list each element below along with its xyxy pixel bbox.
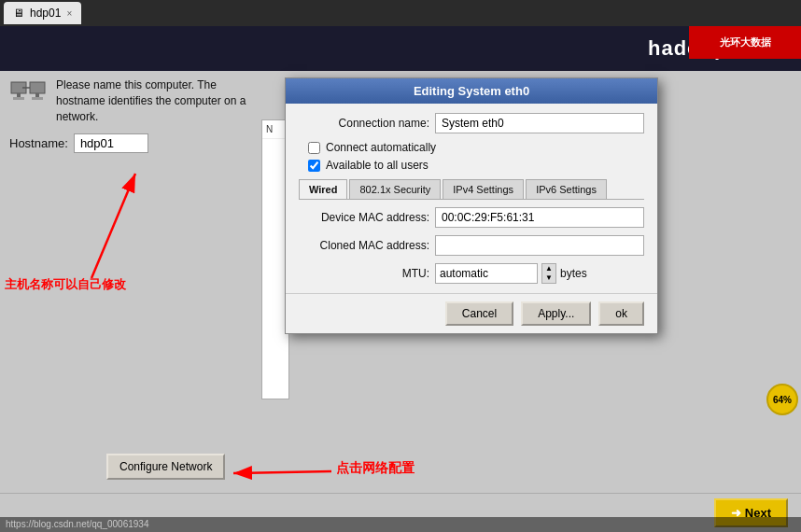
url-bar: https://blog.csdn.net/qq_00061934 (0, 517, 801, 532)
all-users-row: Available to all users (299, 159, 644, 172)
mtu-input[interactable] (435, 263, 538, 284)
svg-line-9 (233, 471, 331, 473)
connect-auto-row: Connect automatically (299, 141, 644, 154)
dialog-footer: Cancel Apply... ok (286, 293, 657, 333)
connection-name-input[interactable] (435, 113, 644, 133)
description-text: Please name this computer. The hostname … (56, 77, 261, 124)
connection-name-label: Connection name: (299, 117, 429, 130)
ok-button[interactable]: ok (598, 301, 644, 326)
connect-auto-label: Connect automatically (326, 141, 436, 154)
configure-network-button[interactable]: Configure Network (106, 454, 225, 480)
mac-address-row: Device MAC address: (299, 207, 644, 228)
tab-wired[interactable]: Wired (299, 179, 347, 199)
mtu-row: MTU: ▲ ▼ bytes (299, 263, 644, 284)
hostname-label: Hostname: (9, 136, 68, 150)
apply-button[interactable]: Apply... (521, 301, 591, 326)
all-users-label: Available to all users (326, 159, 429, 172)
tab-hdp01[interactable]: 🖥 hdp01 × (4, 2, 81, 24)
cloned-mac-label: Cloned MAC address: (299, 239, 429, 252)
tab-ipv4[interactable]: IPv4 Settings (443, 179, 524, 199)
mtu-container: ▲ ▼ bytes (435, 263, 587, 284)
svg-line-8 (91, 174, 135, 278)
dialog-title: Editing System eth0 (286, 78, 657, 104)
network-icon (9, 77, 47, 115)
mtu-label: MTU: (299, 267, 429, 280)
top-banner: 光环大数据 hadoop.aura.c (0, 26, 801, 71)
settings-tab-strip: Wired 802.1x Security IPv4 Settings IPv6… (299, 179, 644, 200)
connect-auto-checkbox[interactable] (308, 142, 320, 154)
mac-address-label: Device MAC address: (299, 211, 429, 224)
tab-icon: 🖥 (13, 7, 24, 20)
mac-address-input[interactable] (435, 207, 644, 228)
bytes-label: bytes (560, 267, 587, 280)
hostname-input[interactable] (74, 133, 148, 153)
svg-rect-2 (17, 93, 21, 97)
svg-rect-1 (30, 82, 45, 93)
network-icon-area: Please name this computer. The hostname … (9, 77, 271, 124)
cancel-button[interactable]: Cancel (445, 301, 513, 326)
cloned-mac-input[interactable] (435, 235, 644, 256)
tab-ipv6[interactable]: IPv6 Settings (526, 179, 607, 199)
all-users-checkbox[interactable] (308, 160, 320, 172)
svg-text:64%: 64% (773, 395, 792, 405)
brand-logo: 光环大数据 (689, 26, 801, 59)
tab-close-icon[interactable]: × (66, 8, 72, 19)
cloned-mac-row: Cloned MAC address: (299, 235, 644, 256)
svg-rect-4 (13, 97, 24, 100)
mtu-spinner: ▲ ▼ (541, 263, 556, 284)
mtu-down-btn[interactable]: ▼ (542, 273, 555, 283)
mtu-up-btn[interactable]: ▲ (542, 264, 555, 273)
connection-name-row: Connection name: (299, 113, 644, 133)
left-content: Please name this computer. The hostname … (9, 77, 271, 153)
hostname-row: Hostname: (9, 133, 271, 153)
tab-label: hdp01 (30, 7, 61, 20)
annotation-hostname: 主机名称可以自己修改 (5, 276, 126, 293)
svg-rect-3 (35, 93, 39, 97)
svg-rect-5 (32, 97, 43, 100)
annotation-click: 点击网络配置 (336, 460, 415, 477)
progress-circle: 64% (764, 381, 801, 418)
dialog-body: Connection name: Connect automatically A… (286, 104, 657, 293)
editing-dialog: Editing System eth0 Connection name: Con… (285, 77, 658, 334)
tab-8021x[interactable]: 802.1x Security (349, 179, 441, 199)
